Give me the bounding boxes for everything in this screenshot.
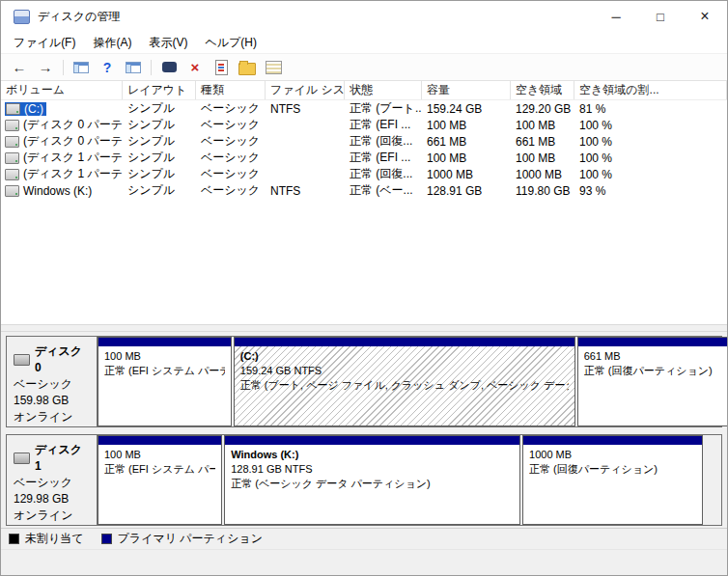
- table-row[interactable]: (ディスク 1 パーティシ... シンプル ベーシック 正常 (EFI ... …: [1, 150, 727, 166]
- partition-status: 正常 (ベーシック データ パーティション): [231, 477, 514, 491]
- partition-color-bar: [98, 338, 231, 346]
- status-cell: 正常 (回復...: [345, 166, 422, 182]
- layout-cell: シンプル: [123, 100, 196, 117]
- partition-selected[interactable]: (C:) 159.24 GB NTFS 正常 (ブート, ページ ファイル, ク…: [234, 337, 575, 426]
- table-row[interactable]: (C:) シンプル ベーシック NTFS 正常 (ブート... 159.24 G…: [1, 100, 727, 117]
- minimize-button[interactable]: ─: [594, 1, 638, 32]
- free-cell: 100 MB: [511, 119, 574, 132]
- volume-cell: (C:): [1, 102, 123, 116]
- primary-partition-swatch-icon: [101, 534, 112, 544]
- help-icon[interactable]: ?: [98, 59, 116, 76]
- explore-icon[interactable]: [265, 59, 282, 76]
- graphical-view-pane: ディスク 0 ベーシック 159.98 GB オンライン 100 MB 正常 (…: [1, 332, 727, 528]
- drive-icon: [5, 120, 19, 131]
- legend-primary-partition: プライマリ パーティション: [101, 531, 263, 547]
- context-help-icon[interactable]: [160, 59, 178, 76]
- layout-cell: シンプル: [123, 133, 196, 150]
- toolbar: ← → ? ×: [1, 53, 727, 81]
- layout-cell: シンプル: [123, 150, 196, 166]
- menu-help[interactable]: ヘルプ(H): [196, 33, 266, 53]
- column-layout[interactable]: レイアウト: [123, 81, 196, 99]
- volume-cell: (ディスク 0 パーティシ...: [1, 117, 123, 133]
- partition-color-bar: [523, 436, 702, 445]
- partition-status: 正常 (回復パーティション): [584, 364, 727, 378]
- toolbar-separator: [63, 60, 64, 75]
- action-pane-icon[interactable]: [125, 59, 142, 76]
- type-cell: ベーシック: [196, 133, 266, 150]
- disk-row: ディスク 0 ベーシック 159.98 GB オンライン 100 MB 正常 (…: [6, 336, 722, 427]
- table-row[interactable]: (ディスク 0 パーティシ... シンプル ベーシック 正常 (回復... 66…: [1, 133, 727, 150]
- disk-type: ベーシック: [14, 376, 90, 393]
- column-filesystem[interactable]: ファイル システム: [266, 81, 345, 99]
- forward-icon[interactable]: →: [37, 59, 54, 76]
- partition-size: 159.24 GB NTFS: [240, 364, 569, 378]
- free-pct-cell: 100 %: [574, 151, 727, 165]
- disk-label[interactable]: ディスク 0 ベーシック 159.98 GB オンライン: [7, 337, 98, 426]
- table-row[interactable]: Windows (K:) シンプル ベーシック NTFS 正常 (ベー... 1…: [1, 182, 727, 199]
- capacity-cell: 1000 MB: [422, 168, 511, 181]
- type-cell: ベーシック: [196, 117, 266, 133]
- drive-icon: [5, 136, 19, 148]
- status-cell: 正常 (ベー...: [345, 182, 422, 199]
- partition-size: 1000 MB: [529, 448, 696, 462]
- partition-status: 正常 (EFI システム パー: [104, 462, 215, 477]
- delete-volume-icon[interactable]: ×: [186, 59, 204, 76]
- legend-unallocated-label: 未割り当て: [25, 531, 84, 547]
- disk-row: ディスク 1 ベーシック 129.98 GB オンライン 100 MB 正常 (…: [6, 434, 722, 526]
- disk-size: 159.98 GB: [14, 393, 90, 409]
- partition-color-bar: [225, 436, 519, 445]
- pane-splitter[interactable]: [1, 324, 727, 332]
- maximize-button[interactable]: □: [638, 1, 683, 32]
- status-cell: 正常 (ブート...: [345, 100, 422, 117]
- filesystem-cell: NTFS: [266, 184, 345, 198]
- column-type[interactable]: 種類: [196, 81, 266, 99]
- partition[interactable]: 100 MB 正常 (EFI システム パーテ: [98, 337, 232, 426]
- column-capacity[interactable]: 容量: [422, 81, 511, 99]
- selected-volume: (C:): [5, 102, 46, 116]
- free-pct-cell: 100 %: [574, 168, 727, 181]
- console-tree-icon[interactable]: [72, 59, 90, 76]
- column-status[interactable]: 状態: [345, 81, 422, 99]
- partition[interactable]: 1000 MB 正常 (回復パーティション): [522, 435, 703, 525]
- disk-label[interactable]: ディスク 1 ベーシック 129.98 GB オンライン: [7, 435, 98, 525]
- layout-cell: シンプル: [123, 182, 196, 199]
- open-folder-icon[interactable]: [238, 59, 256, 76]
- close-button[interactable]: ×: [683, 1, 727, 32]
- menu-action[interactable]: 操作(A): [84, 33, 140, 53]
- menu-view[interactable]: 表示(V): [140, 33, 196, 53]
- disk-icon: [14, 453, 30, 464]
- legend-primary-label: プライマリ パーティション: [118, 531, 263, 547]
- table-row[interactable]: (ディスク 1 パーティシ... シンプル ベーシック 正常 (回復... 10…: [1, 166, 727, 182]
- free-cell: 119.80 GB: [511, 184, 574, 198]
- properties-icon[interactable]: [212, 59, 230, 76]
- layout-cell: シンプル: [123, 117, 196, 133]
- column-free-pct[interactable]: 空き領域の割...: [574, 81, 727, 99]
- app-icon: [14, 10, 30, 24]
- column-volume[interactable]: ボリューム: [1, 81, 123, 99]
- column-free[interactable]: 空き領域: [511, 81, 574, 99]
- drive-icon: [6, 103, 20, 115]
- back-icon[interactable]: ←: [11, 59, 28, 76]
- partition[interactable]: 100 MB 正常 (EFI システム パー: [98, 435, 222, 525]
- partition-strip: 100 MB 正常 (EFI システム パー Windows (K:) 128.…: [98, 435, 721, 525]
- disk-size: 129.98 GB: [14, 491, 90, 507]
- capacity-cell: 128.91 GB: [422, 184, 511, 198]
- disk-name: ディスク 0: [35, 343, 90, 376]
- capacity-cell: 100 MB: [422, 119, 511, 132]
- volume-label: (ディスク 1 パーティシ...: [23, 166, 123, 182]
- volume-cell: (ディスク 1 パーティシ...: [1, 150, 123, 166]
- legend-bar: 未割り当て プライマリ パーティション: [1, 528, 727, 549]
- drive-icon: [5, 185, 19, 197]
- volume-label: (C:): [24, 102, 43, 116]
- capacity-cell: 100 MB: [422, 151, 511, 165]
- partition[interactable]: Windows (K:) 128.91 GB NTFS 正常 (ベーシック デー…: [224, 435, 520, 525]
- menu-file[interactable]: ファイル(F): [5, 33, 84, 53]
- volume-label: (ディスク 1 パーティシ...: [23, 150, 123, 166]
- window-controls: ─ □ ×: [594, 1, 727, 32]
- disk-status: オンライン: [14, 409, 90, 425]
- partition[interactable]: 661 MB 正常 (回復パーティション): [577, 337, 727, 426]
- toolbar-separator: [151, 60, 152, 75]
- free-pct-cell: 93 %: [574, 184, 727, 198]
- partition-color-bar: [235, 338, 574, 346]
- table-row[interactable]: (ディスク 0 パーティシ... シンプル ベーシック 正常 (EFI ... …: [1, 117, 727, 133]
